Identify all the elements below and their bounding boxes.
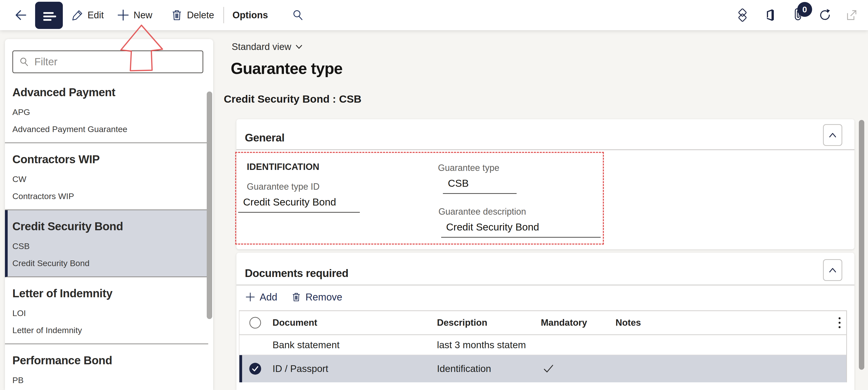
item-code: APG: [12, 107, 201, 117]
hamburger-icon: [43, 12, 54, 14]
cell-document: Bank statement: [273, 339, 340, 351]
site-map-button[interactable]: [35, 2, 63, 29]
item-title: Letter of Indemnity: [12, 287, 201, 300]
refresh-icon: [818, 8, 832, 22]
item-description: Advanced Payment Guarantee: [12, 124, 201, 134]
item-title: Advanced Payment: [12, 86, 201, 99]
column-header-document[interactable]: Document: [273, 318, 317, 328]
dynamics-diamond-icon: [736, 8, 750, 22]
filter-box[interactable]: [12, 51, 203, 73]
open-in-new-window-button[interactable]: [845, 0, 858, 30]
trash-icon: [291, 291, 302, 303]
grid-toolbar: Add Remove: [245, 291, 342, 303]
back-button[interactable]: [14, 0, 28, 30]
list-item-credit-security-bond[interactable]: Credit Security Bond CSB Credit Security…: [5, 210, 208, 277]
refresh-button[interactable]: [818, 0, 832, 30]
item-description: Letter of Indemnity: [12, 326, 201, 335]
search-icon: [291, 9, 304, 22]
guarantee-description-label: Guarantee description: [438, 207, 526, 217]
trash-icon: [170, 9, 183, 22]
page-scrollbar[interactable]: [859, 120, 864, 370]
general-section: General IDENTIFICATION Guarantee type ID…: [237, 119, 855, 249]
chevron-down-icon: [295, 44, 303, 50]
dynamics-apps-button[interactable]: [736, 0, 750, 30]
view-selector[interactable]: Standard view: [232, 41, 303, 52]
documents-table: Document Description Mandatory Notes Ban…: [239, 310, 847, 382]
pencil-icon: [71, 9, 84, 21]
cell-description: last 3 months statem: [437, 339, 526, 351]
filter-input[interactable]: [34, 56, 197, 68]
item-title: Performance Bond: [12, 354, 201, 367]
select-all-checkbox[interactable]: [249, 317, 261, 329]
office-apps-button[interactable]: [763, 0, 777, 30]
sidebar-scrollbar[interactable]: [207, 91, 212, 319]
search-button[interactable]: [291, 0, 304, 30]
record-title: Credit Security Bond : CSB: [224, 93, 362, 105]
guarantee-type-id-field[interactable]: Credit Security Bond: [238, 197, 360, 213]
general-heading: General: [245, 131, 284, 144]
guarantee-description-field[interactable]: Credit Security Bond: [441, 221, 601, 238]
list-item-performance-bond[interactable]: Performance Bond PB Performance Bond: [5, 344, 208, 390]
cell-description: Identification: [437, 363, 491, 374]
remove-row-button[interactable]: Remove: [291, 291, 342, 303]
add-row-button[interactable]: Add: [245, 292, 277, 303]
guarantee-type-label: Guarantee type: [438, 163, 499, 173]
item-code: LOI: [12, 308, 201, 318]
plus-icon: [117, 9, 130, 22]
chevron-up-icon: [828, 267, 837, 273]
list-item-letter-of-indemnity[interactable]: Letter of Indemnity LOI Letter of Indemn…: [5, 277, 208, 344]
list-item-contractors-wip[interactable]: Contractors WIP CW Contractors WIP: [5, 143, 208, 210]
row-selected-checkbox[interactable]: [249, 362, 261, 375]
item-code: CSB: [12, 241, 201, 251]
options-menu[interactable]: Options: [232, 0, 268, 30]
item-code: PB: [12, 376, 201, 385]
item-code: CW: [12, 174, 201, 184]
filter-search-icon: [19, 56, 29, 67]
row-selection-bar: [239, 355, 242, 382]
remove-label: Remove: [305, 292, 342, 303]
section-divider: [237, 284, 855, 286]
item-title: Credit Security Bond: [12, 220, 201, 233]
plus-icon: [245, 292, 256, 302]
guarantee-type-id-label: Guarantee type ID: [247, 182, 319, 192]
table-row-bank-statement[interactable]: Bank statement last 3 months statem: [239, 335, 846, 355]
list-item-advanced-payment[interactable]: Advanced Payment APG Advanced Payment Gu…: [5, 76, 208, 143]
documents-collapse-button[interactable]: [823, 259, 842, 281]
item-title: Contractors WIP: [12, 153, 201, 166]
view-selector-label: Standard view: [232, 41, 291, 52]
table-header-row: Document Description Mandatory Notes: [239, 311, 846, 335]
mandatory-check-icon: [543, 364, 554, 374]
item-description: Credit Security Bond: [12, 259, 201, 268]
new-button[interactable]: New: [117, 0, 152, 30]
edit-label: Edit: [88, 10, 104, 21]
guarantee-type-field[interactable]: CSB: [443, 178, 517, 194]
toolbar-divider: [223, 7, 224, 23]
chevron-up-icon: [828, 132, 837, 138]
column-header-mandatory[interactable]: Mandatory: [541, 318, 587, 328]
more-options-icon[interactable]: [838, 316, 841, 329]
cell-document: ID / Passport: [273, 363, 328, 374]
new-label: New: [133, 10, 152, 21]
record-list-panel: Advanced Payment APG Advanced Payment Gu…: [5, 39, 213, 390]
column-header-description[interactable]: Description: [437, 318, 488, 328]
page-title: Guarantee type: [231, 59, 342, 78]
top-command-bar: Edit New Delete Options: [0, 0, 868, 30]
column-header-notes[interactable]: Notes: [616, 318, 641, 328]
delete-button[interactable]: Delete: [170, 0, 214, 30]
identification-group-label: IDENTIFICATION: [247, 162, 319, 172]
general-collapse-button[interactable]: [823, 124, 842, 146]
documents-heading: Documents required: [245, 267, 348, 279]
options-label: Options: [232, 10, 268, 21]
delete-label: Delete: [187, 10, 214, 21]
add-label: Add: [260, 292, 277, 303]
notification-badge: 0: [797, 2, 812, 17]
item-description: Contractors WIP: [12, 191, 201, 201]
record-list: Advanced Payment APG Advanced Payment Gu…: [5, 76, 208, 390]
table-row-id-passport[interactable]: ID / Passport Identification: [239, 355, 846, 382]
edit-button[interactable]: Edit: [71, 0, 104, 30]
documents-required-section: Documents required Add Remove Document D…: [237, 253, 855, 390]
office-logo-icon: [763, 8, 777, 22]
section-divider: [237, 149, 855, 150]
popout-icon: [845, 8, 858, 22]
back-arrow-icon: [14, 8, 28, 22]
